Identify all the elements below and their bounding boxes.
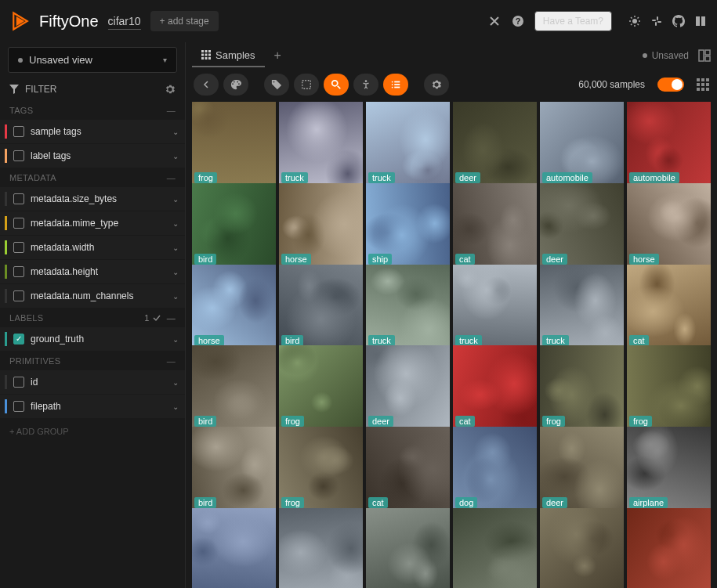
sample-cell[interactable]: bird [192, 345, 276, 429]
chevron-down-icon[interactable]: ⌄ [172, 335, 179, 344]
palette-button[interactable] [223, 74, 248, 96]
sample-cell[interactable]: horse [192, 265, 276, 348]
select-button[interactable] [294, 74, 319, 96]
sample-cell[interactable]: truck [453, 265, 537, 348]
sample-cell[interactable]: frog [540, 345, 624, 429]
chevron-down-icon[interactable]: ⌄ [172, 195, 179, 204]
collapse-icon[interactable]: — [167, 173, 176, 182]
chevron-down-icon[interactable]: ⌄ [172, 243, 179, 252]
sample-cell[interactable]: automobile [540, 102, 624, 186]
sample-cell[interactable]: frog [627, 345, 711, 429]
sample-cell[interactable]: truck [366, 265, 450, 348]
back-button[interactable] [194, 74, 219, 96]
add-tab-button[interactable]: + [268, 45, 288, 66]
sample-cell[interactable]: bird [279, 265, 363, 348]
sample-cell[interactable]: airplane [627, 427, 711, 510]
dataset-name[interactable]: cifar10 [108, 13, 141, 30]
chevron-down-icon[interactable]: ⌄ [172, 128, 179, 136]
slack-icon[interactable] [650, 14, 664, 28]
checkbox[interactable] [13, 377, 24, 388]
section-tags: TAGS — [0, 101, 185, 120]
sample-cell[interactable] [540, 508, 624, 588]
sample-cell[interactable]: dog [453, 427, 537, 510]
sample-cell[interactable]: bird [192, 427, 276, 510]
layout-icon[interactable] [698, 49, 711, 62]
filter-row[interactable]: metadata.mime_type ⌄ [0, 211, 185, 235]
tag-button[interactable] [264, 74, 289, 96]
checkbox[interactable] [13, 334, 24, 345]
collapse-icon[interactable]: — [167, 106, 176, 115]
sample-cell[interactable]: truck [366, 102, 450, 186]
labels-toggle[interactable] [657, 78, 684, 92]
sample-cell[interactable]: deer [366, 345, 450, 429]
checkbox[interactable] [13, 193, 24, 204]
filter-label: metadata.mime_type [31, 218, 166, 229]
filter-row[interactable]: sample tags ⌄ [0, 120, 185, 143]
sample-cell[interactable]: cat [366, 427, 450, 510]
sample-cell[interactable]: bird [192, 183, 276, 267]
list-button[interactable] [383, 74, 408, 96]
add-group-button[interactable]: + ADD GROUP [0, 419, 185, 444]
sample-cell[interactable] [279, 508, 363, 588]
sample-cell[interactable]: horse [279, 183, 363, 267]
sample-cell[interactable] [453, 508, 537, 588]
chevron-down-icon[interactable]: ⌄ [172, 268, 179, 276]
sample-cell[interactable]: automobile [627, 102, 711, 186]
brightness-icon[interactable] [628, 14, 642, 28]
sample-cell[interactable] [366, 508, 450, 588]
sample-cell[interactable]: frog [192, 102, 276, 186]
sample-cell[interactable]: cat [453, 183, 537, 267]
checkbox[interactable] [13, 150, 24, 161]
checkbox[interactable] [13, 401, 24, 412]
sample-cell[interactable]: truck [279, 102, 363, 186]
logo[interactable]: FiftyOne [9, 10, 99, 32]
search-button[interactable] [324, 74, 349, 96]
gear-icon[interactable] [165, 84, 176, 95]
add-stage-button[interactable]: + add stage [150, 11, 219, 31]
checkbox[interactable] [13, 126, 24, 137]
filter-row[interactable]: filepath ⌄ [0, 395, 185, 418]
checkbox[interactable] [13, 242, 24, 253]
sample-cell[interactable]: deer [453, 102, 537, 186]
have-team-button[interactable]: Have a Team? [534, 11, 612, 31]
checkbox[interactable] [13, 266, 24, 277]
grid-view-icon[interactable] [697, 78, 709, 91]
sample-cell[interactable]: cat [627, 265, 711, 348]
checkbox[interactable] [13, 218, 24, 229]
sample-cell[interactable]: ship [366, 183, 450, 267]
sample-cell[interactable]: horse [627, 183, 711, 267]
filter-row[interactable]: metadata.size_bytes ⌄ [0, 187, 185, 211]
filter-row[interactable]: metadata.width ⌄ [0, 236, 185, 259]
view-selector[interactable]: Unsaved view ▾ [8, 47, 177, 73]
close-icon[interactable] [487, 14, 502, 28]
sample-cell[interactable]: cat [453, 345, 537, 429]
chevron-down-icon[interactable]: ⌄ [172, 152, 179, 161]
unsaved-dot-icon [643, 53, 647, 58]
settings-button[interactable] [424, 74, 449, 96]
sample-cell[interactable]: frog [279, 427, 363, 510]
github-icon[interactable] [672, 14, 686, 28]
sample-cell[interactable]: truck [540, 265, 624, 348]
sample-cell[interactable]: frog [279, 345, 363, 429]
chevron-down-icon[interactable]: ⌄ [172, 292, 179, 301]
chevron-down-icon[interactable]: ⌄ [172, 378, 179, 387]
accessibility-button[interactable] [353, 74, 378, 96]
chevron-down-icon[interactable]: ⌄ [172, 219, 179, 228]
filter-row[interactable]: metadata.height ⌄ [0, 260, 185, 283]
sample-cell[interactable]: deer [540, 183, 624, 267]
sample-cell[interactable] [627, 508, 711, 588]
filter-row[interactable]: id ⌄ [0, 370, 185, 394]
help-icon[interactable]: ? [511, 14, 525, 28]
docs-icon[interactable] [693, 14, 708, 28]
collapse-icon[interactable]: — [167, 356, 176, 366]
color-indicator [5, 192, 7, 206]
sample-cell[interactable]: deer [540, 427, 624, 510]
filter-row[interactable]: metadata.num_channels ⌄ [0, 284, 185, 308]
chevron-down-icon[interactable]: ⌄ [172, 402, 179, 411]
checkbox[interactable] [13, 290, 24, 301]
svg-rect-21 [205, 54, 208, 56]
sample-cell[interactable] [192, 508, 276, 588]
filter-row[interactable]: label tags ⌄ [0, 144, 185, 168]
filter-row[interactable]: ground_truth ⌄ [0, 327, 185, 351]
tab-samples[interactable]: Samples [192, 45, 265, 67]
